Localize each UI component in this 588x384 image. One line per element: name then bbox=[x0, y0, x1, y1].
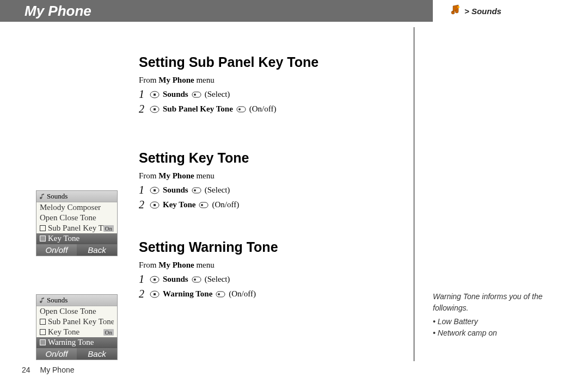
from-menu: From My Phone menu bbox=[139, 261, 414, 270]
phone-screen: Sounds Melody Composer Open Close Tone S… bbox=[36, 190, 118, 256]
svg-rect-23 bbox=[216, 292, 225, 297]
nav-icon bbox=[150, 290, 160, 298]
nav-icon bbox=[150, 276, 160, 283]
status-tag: On bbox=[103, 225, 114, 232]
step-action: (Select) bbox=[205, 275, 230, 284]
softkey-icon bbox=[216, 290, 225, 298]
from-menu: From My Phone menu bbox=[139, 171, 414, 181]
step-row: 1 Sounds (Select) bbox=[139, 273, 414, 286]
step-action: (Select) bbox=[205, 185, 230, 195]
svg-point-8 bbox=[238, 108, 241, 110]
svg-point-24 bbox=[218, 293, 220, 295]
list-item: Sub Panel Key TOn bbox=[36, 223, 117, 233]
screen-title: Sounds bbox=[47, 192, 68, 201]
section-heading: Setting Key Tone bbox=[139, 150, 414, 166]
softkey-left: On/off bbox=[36, 244, 77, 256]
main-content: Setting Sub Panel Key Tone From My Phone… bbox=[139, 54, 414, 302]
svg-point-25 bbox=[40, 197, 42, 199]
step-row: 1 Sounds (Select) bbox=[139, 184, 414, 196]
svg-rect-7 bbox=[237, 107, 246, 112]
step-action: (On/off) bbox=[229, 289, 256, 299]
step-action: (On/off) bbox=[212, 200, 239, 209]
svg-rect-11 bbox=[192, 188, 201, 193]
status-tag: On bbox=[103, 329, 114, 336]
svg-rect-22 bbox=[154, 293, 156, 295]
list-item: Melody Composer bbox=[36, 202, 117, 213]
softkey-icon bbox=[236, 106, 246, 113]
step-row: 2 Key Tone (On/off) bbox=[139, 199, 414, 211]
svg-point-0 bbox=[457, 6, 460, 8]
softkey-icon bbox=[192, 91, 201, 98]
header-bar: My Phone bbox=[0, 0, 433, 22]
music-note-icon bbox=[39, 193, 45, 200]
step-row: 2 Sub Panel Key Tone (On/off) bbox=[139, 103, 414, 115]
phone-screenshots: Sounds Melody Composer Open Close Tone S… bbox=[36, 190, 118, 384]
svg-rect-3 bbox=[192, 92, 201, 97]
step-number: 1 bbox=[139, 273, 146, 286]
screen-titlebar: Sounds bbox=[36, 295, 117, 306]
header-title: My Phone bbox=[24, 3, 91, 20]
softkey-bar: On/off Back bbox=[36, 348, 117, 360]
side-note-lead: Warning Tone informs you of the followin… bbox=[433, 291, 555, 314]
step-row: 1 Sounds (Select) bbox=[139, 88, 414, 101]
step-label: Sounds bbox=[163, 90, 188, 99]
svg-rect-14 bbox=[154, 204, 156, 206]
list-item: Open Close Tone bbox=[36, 213, 117, 223]
step-number: 1 bbox=[139, 88, 146, 101]
step-label: Key Tone bbox=[163, 200, 195, 209]
svg-rect-6 bbox=[154, 108, 156, 110]
list-item-selected: Key Tone bbox=[36, 233, 117, 244]
checkbox-icon bbox=[40, 329, 46, 335]
svg-point-12 bbox=[194, 189, 196, 191]
screen-title: Sounds bbox=[47, 296, 68, 305]
softkey-bar: On/off Back bbox=[36, 244, 117, 256]
svg-rect-19 bbox=[192, 277, 201, 282]
nav-icon bbox=[150, 106, 160, 113]
breadcrumb-text: > Sounds bbox=[464, 7, 501, 16]
softkey-right: Back bbox=[77, 244, 117, 256]
side-note-item: Low Battery bbox=[433, 316, 555, 327]
step-number: 1 bbox=[139, 184, 146, 196]
checkbox-icon bbox=[40, 236, 46, 241]
side-note-item: Network camp on bbox=[433, 327, 555, 339]
svg-rect-15 bbox=[199, 202, 208, 208]
nav-icon bbox=[150, 201, 160, 209]
step-row: 2 Warning Tone (On/off) bbox=[139, 288, 414, 300]
svg-point-4 bbox=[194, 94, 196, 96]
step-number: 2 bbox=[139, 103, 146, 115]
step-label: Sub Panel Key Tone bbox=[163, 104, 233, 114]
column-divider bbox=[414, 27, 414, 361]
checkbox-icon bbox=[40, 339, 46, 345]
svg-rect-10 bbox=[154, 189, 156, 191]
footer-label: My Phone bbox=[40, 366, 74, 374]
checkbox-icon bbox=[40, 225, 46, 231]
step-label: Sounds bbox=[163, 275, 188, 284]
music-note-icon bbox=[39, 297, 45, 304]
svg-point-16 bbox=[201, 204, 203, 206]
svg-point-20 bbox=[194, 278, 196, 281]
softkey-left: On/off bbox=[36, 348, 77, 360]
list-item: Open Close Tone bbox=[36, 306, 117, 317]
from-menu: From My Phone menu bbox=[139, 76, 414, 85]
svg-rect-2 bbox=[154, 94, 156, 96]
nav-icon bbox=[150, 187, 160, 194]
side-note: Warning Tone informs you of the followin… bbox=[433, 291, 555, 339]
section-heading: Setting Warning Tone bbox=[139, 239, 414, 255]
step-number: 2 bbox=[139, 288, 146, 300]
step-label: Sounds bbox=[163, 185, 188, 195]
svg-rect-18 bbox=[154, 278, 156, 281]
section-heading: Setting Sub Panel Key Tone bbox=[139, 54, 414, 70]
page-number: 24 bbox=[22, 366, 30, 374]
list-item: Sub Panel Key Tone bbox=[36, 317, 117, 327]
list-item: Key ToneOn bbox=[36, 327, 117, 337]
checkbox-icon bbox=[40, 319, 46, 325]
softkey-right: Back bbox=[77, 348, 117, 360]
softkey-icon bbox=[199, 201, 209, 209]
breadcrumb: > Sounds bbox=[448, 4, 501, 17]
list-item-selected: Warning Tone bbox=[36, 337, 117, 348]
screen-titlebar: Sounds bbox=[36, 191, 117, 202]
softkey-icon bbox=[192, 276, 201, 283]
music-note-icon bbox=[448, 4, 461, 17]
nav-icon bbox=[150, 91, 160, 98]
softkey-icon bbox=[192, 187, 201, 194]
